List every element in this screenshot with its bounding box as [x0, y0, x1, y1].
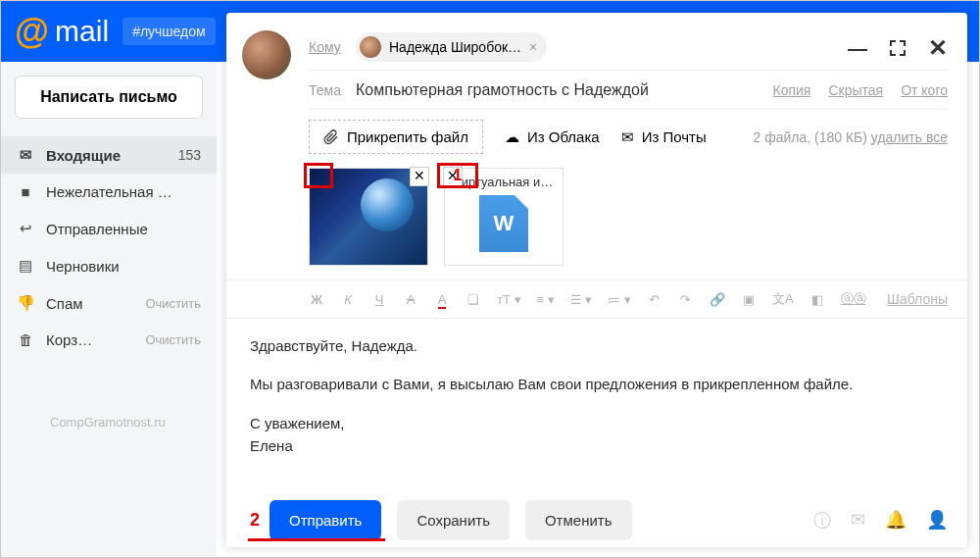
folder-label: Черновики — [46, 258, 120, 275]
from-link[interactable]: От кого — [901, 82, 948, 98]
read-icon[interactable]: ✉ — [851, 509, 865, 533]
folder-label: Нежелательная … — [46, 183, 172, 200]
envelope-icon: ✉ — [17, 146, 34, 164]
attach-info: 2 файла, (180 КБ) удалить все — [754, 129, 949, 145]
message-body[interactable]: Здравствуйте, Надежда. Мы разговаривали … — [226, 319, 967, 488]
italic-icon[interactable]: К — [340, 292, 356, 307]
file-icon: ▤ — [17, 257, 34, 275]
thumbdown-icon: 👎 — [17, 294, 34, 312]
list-icon[interactable]: ≔ ▾ — [608, 292, 631, 307]
body-paragraph: Мы разговаривали с Вами, я высылаю Вам с… — [250, 373, 885, 395]
attachment-thumb[interactable]: ✕ — [309, 168, 428, 266]
minimize-icon[interactable]: — — [848, 37, 867, 60]
body-greeting: Здравствуйте, Надежда. — [250, 334, 885, 357]
folder-junk[interactable]: ■ Нежелательная … — [1, 174, 217, 210]
recipient-chip[interactable]: Надежда Широбок… × — [356, 32, 547, 62]
folder-drafts[interactable]: ▤ Черновики — [1, 247, 217, 284]
attach-row: Прикрепить файл ☁ Из Облака ✉ Из Почты 2… — [309, 110, 948, 168]
undo-icon[interactable]: ↶ — [647, 292, 662, 307]
send-button[interactable]: Отправить — [270, 500, 381, 540]
clear-link[interactable]: Очистить — [145, 332, 201, 347]
delete-all-link[interactable]: удалить все — [871, 129, 948, 145]
avatar[interactable] — [242, 30, 291, 79]
translate-icon[interactable]: 文A — [772, 290, 794, 308]
trash-icon: 🗑 — [17, 331, 34, 348]
folder-label: Корз… — [46, 331, 92, 348]
more-icon[interactable]: ⓐⓐ — [841, 290, 866, 308]
folder-inbox[interactable]: ✉ Входящие 153 — [1, 136, 217, 174]
attachments-list: ✕ Виртуальная и… W ✕ 1 — [226, 168, 967, 279]
at-icon: @ — [15, 11, 49, 52]
logo[interactable]: @ mail — [15, 11, 109, 52]
save-button[interactable]: Сохранить — [397, 500, 510, 540]
sidebar: Написать письмо ✉ Входящие 153 ■ Нежелат… — [1, 62, 217, 557]
strike-icon[interactable]: A — [403, 292, 418, 307]
underline-icon[interactable]: Ч — [371, 292, 387, 307]
compose-window: Кому Надежда Широбок… × — ✕ Тема — [226, 13, 967, 547]
folder-icon: ■ — [17, 183, 34, 200]
fontsize-icon[interactable]: тТ ▾ — [497, 292, 521, 307]
cloud-icon: ☁ — [505, 128, 519, 146]
close-icon[interactable]: ✕ — [928, 34, 948, 62]
redo-icon[interactable]: ↷ — [678, 292, 694, 307]
clear-link[interactable]: Очистить — [145, 296, 201, 311]
align-icon[interactable]: ≡ ▾ — [537, 292, 555, 307]
subject-input[interactable] — [356, 81, 772, 99]
folder-spam[interactable]: 👎 Спам Очистить — [1, 284, 217, 322]
subject-row: Тема Копия Скрытая От кого — [309, 71, 948, 110]
attachment-thumb[interactable]: Виртуальная и… W ✕ 1 — [444, 168, 564, 266]
subject-label: Тема — [309, 82, 356, 98]
folder-count: 153 — [178, 147, 201, 163]
callout-marker — [304, 163, 333, 188]
bell-icon[interactable]: 🔔 — [885, 509, 906, 533]
attach-cloud-button[interactable]: ☁ Из Облака — [505, 128, 600, 146]
chip-avatar — [360, 36, 381, 58]
image-icon[interactable]: ▣ — [741, 292, 757, 307]
to-row: Кому Надежда Широбок… × — ✕ — [309, 25, 948, 71]
attach-file-button[interactable]: Прикрепить файл — [309, 120, 483, 154]
cancel-button[interactable]: Отменить — [525, 500, 632, 540]
folder-label: Входящие — [46, 147, 121, 164]
callout-underline — [248, 538, 385, 541]
link-icon[interactable]: 🔗 — [710, 292, 725, 307]
hashtag-badge[interactable]: #лучшедом — [122, 18, 216, 45]
mail-icon: ✉ — [621, 128, 634, 146]
logo-text: mail — [55, 15, 109, 48]
templates-link[interactable]: Шаблоны — [887, 291, 948, 307]
folder-label: Спам — [46, 295, 83, 312]
textcolor-icon[interactable]: A — [434, 292, 450, 307]
folder-trash[interactable]: 🗑 Корз… Очистить — [1, 322, 217, 358]
reply-icon: ↩ — [17, 220, 34, 237]
callout-1: 1 — [437, 163, 478, 188]
format-toolbar: Ж К Ч A A ❏ тТ ▾ ≡ ▾ ☰ ▾ ≔ ▾ ↶ ↷ 🔗 ▣ 文A … — [226, 279, 967, 319]
to-label[interactable]: Кому — [309, 39, 356, 55]
bold-icon[interactable]: Ж — [309, 292, 324, 307]
cc-link[interactable]: Копия — [772, 82, 810, 98]
chip-remove-icon[interactable]: × — [529, 39, 537, 55]
chip-name: Надежда Широбок… — [389, 39, 521, 55]
compose-button[interactable]: Написать письмо — [15, 76, 203, 119]
paperclip-icon — [323, 129, 339, 145]
bcc-link[interactable]: Скрытая — [828, 82, 883, 98]
folder-sent[interactable]: ↩ Отправленные — [1, 210, 217, 247]
erase-icon[interactable]: ◧ — [809, 292, 825, 307]
info-icon[interactable]: ⓘ — [813, 509, 831, 533]
body-closing: С уважением, Елена — [250, 412, 885, 458]
watermark: CompGramotnost.ru — [50, 415, 166, 430]
word-doc-icon: W — [479, 195, 528, 252]
callout-2: 2 — [250, 510, 260, 531]
folder-label: Отправленные — [46, 221, 148, 237]
remove-attachment-icon[interactable]: ✕ — [410, 167, 429, 186]
person-icon[interactable]: 👤 — [926, 509, 948, 533]
maximize-icon[interactable] — [889, 39, 906, 57]
indent-icon[interactable]: ☰ ▾ — [570, 292, 593, 307]
attach-mail-button[interactable]: ✉ Из Почты — [621, 128, 707, 146]
highlight-icon[interactable]: ❏ — [466, 292, 481, 307]
